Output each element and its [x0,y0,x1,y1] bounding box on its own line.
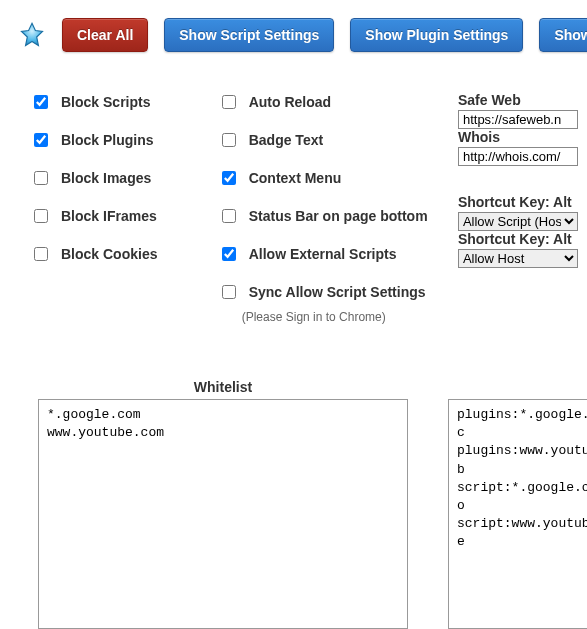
status-bar-label: Status Bar on page bottom [249,208,428,224]
rules-title [448,379,587,395]
status-bar-checkbox[interactable] [222,209,236,223]
show-plugin-settings-button[interactable]: Show Plugin Settings [350,18,523,52]
context-menu-checkbox[interactable] [222,171,236,185]
auto-reload-checkbox[interactable] [222,95,236,109]
allow-external-scripts-checkbox[interactable] [222,247,236,261]
sync-allow-script-checkbox[interactable] [222,285,236,299]
show-script-settings-button[interactable]: Show Script Settings [164,18,334,52]
block-plugins-checkbox[interactable] [34,133,48,147]
whitelist-column: Whitelist [38,379,408,629]
rules-textarea[interactable] [448,399,587,629]
block-plugins-row[interactable]: Block Plugins [30,130,176,150]
block-options-column: Block Scripts Block Plugins Block Images… [18,92,176,264]
block-images-checkbox[interactable] [34,171,48,185]
context-menu-row[interactable]: Context Menu [218,168,428,188]
allow-external-scripts-label: Allow External Scripts [249,246,397,262]
whois-input[interactable] [458,147,578,166]
whois-label: Whois [458,129,587,145]
badge-text-row[interactable]: Badge Text [218,130,428,150]
allow-external-scripts-row[interactable]: Allow External Scripts [218,244,428,264]
shortcut-key-1-select[interactable]: Allow Script (Hos [458,212,578,231]
safe-web-label: Safe Web [458,92,587,108]
settings-fields-column: Safe Web Whois Shortcut Key: Alt Allow S… [458,92,587,278]
show-image-settings-button[interactable]: Show Imag [539,18,587,52]
sync-hint: (Please Sign in to Chrome) [218,310,428,324]
clear-all-button[interactable]: Clear All [62,18,148,52]
misc-options-column: Auto Reload Badge Text Context Menu Stat… [206,92,428,324]
block-scripts-checkbox[interactable] [34,95,48,109]
auto-reload-label: Auto Reload [249,94,331,110]
block-cookies-checkbox[interactable] [34,247,48,261]
context-menu-label: Context Menu [249,170,342,186]
shortcut-key-1-label: Shortcut Key: Alt [458,194,587,210]
badge-text-label: Badge Text [249,132,323,148]
rules-column [448,379,587,629]
status-bar-row[interactable]: Status Bar on page bottom [218,206,428,226]
auto-reload-row[interactable]: Auto Reload [218,92,428,112]
star-icon [18,21,46,49]
whitelist-textarea[interactable] [38,399,408,629]
whitelist-title: Whitelist [38,379,408,395]
sync-allow-script-row[interactable]: Sync Allow Script Settings [218,282,428,302]
block-plugins-label: Block Plugins [61,132,154,148]
block-scripts-row[interactable]: Block Scripts [30,92,176,112]
block-iframes-row[interactable]: Block IFrames [30,206,176,226]
shortcut-key-2-select[interactable]: Allow Host [458,249,578,268]
safe-web-input[interactable] [458,110,578,129]
block-iframes-label: Block IFrames [61,208,157,224]
block-images-row[interactable]: Block Images [30,168,176,188]
block-iframes-checkbox[interactable] [34,209,48,223]
block-images-label: Block Images [61,170,151,186]
block-scripts-label: Block Scripts [61,94,150,110]
badge-text-checkbox[interactable] [222,133,236,147]
shortcut-key-2-label: Shortcut Key: Alt [458,231,587,247]
sync-allow-script-label: Sync Allow Script Settings [249,284,426,300]
block-cookies-row[interactable]: Block Cookies [30,244,176,264]
block-cookies-label: Block Cookies [61,246,157,262]
